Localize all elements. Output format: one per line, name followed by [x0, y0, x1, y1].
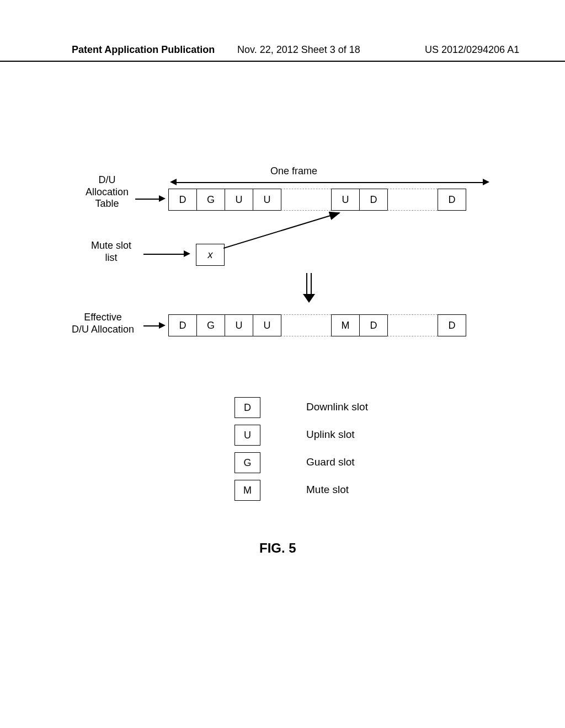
effective-label: Effective D/U Allocation	[72, 312, 134, 335]
slot: D	[168, 189, 196, 211]
allocation-row: D G U U U D D	[168, 189, 466, 211]
legend-m-text: Mute slot	[306, 484, 349, 496]
mute-arrow-head	[184, 250, 190, 257]
legend-d-box: D	[234, 397, 260, 418]
effective-row: D G U U M D D	[168, 314, 466, 336]
effective-arrow-line	[143, 325, 160, 326]
slot: D	[359, 189, 387, 211]
legend-d-text: Downlink slot	[306, 401, 368, 413]
legend-g-text: Guard slot	[306, 456, 355, 468]
slot: U	[331, 189, 359, 211]
frame-arrow-right	[483, 179, 489, 185]
mute-arrow-line	[143, 254, 185, 255]
page-header: Patent Application Publication Nov. 22, …	[0, 44, 565, 62]
frame-arrow-left	[170, 179, 177, 185]
svg-line-1	[223, 213, 339, 248]
slot: U	[253, 314, 281, 336]
alloc-arrow-head	[159, 195, 166, 202]
one-frame-label: One frame	[270, 165, 317, 178]
slot: D	[438, 189, 466, 211]
legend-m-box: M	[234, 480, 260, 501]
slot: G	[196, 314, 225, 336]
legend-u-box: U	[234, 425, 260, 446]
slot-gap	[387, 189, 438, 211]
header-right: US 2012/0294206 A1	[425, 44, 519, 56]
slot-gap	[281, 314, 331, 336]
slot: M	[331, 314, 359, 336]
alloc-arrow-line	[135, 199, 160, 200]
mute-x-slot: x	[196, 244, 225, 266]
slot: U	[253, 189, 281, 211]
diag-arrow	[223, 211, 345, 249]
slot: D	[438, 314, 466, 336]
legend-g-box: G	[234, 452, 260, 473]
legend-u-text: Uplink slot	[306, 429, 355, 441]
header-mid: Nov. 22, 2012 Sheet 3 of 18	[237, 44, 360, 56]
slot: U	[225, 314, 253, 336]
effective-arrow-head	[159, 322, 166, 329]
header-left: Patent Application Publication	[72, 44, 215, 56]
slot: U	[225, 189, 253, 211]
allocation-table-label: D/U Allocation Table	[86, 174, 129, 210]
slot-gap	[387, 314, 438, 336]
mute-slot-list-label: Mute slot list	[91, 240, 131, 264]
slot: D	[168, 314, 196, 336]
figure-caption: FIG. 5	[259, 540, 296, 556]
frame-span-line	[177, 182, 483, 183]
slot: D	[359, 314, 387, 336]
slot: G	[196, 189, 225, 211]
slot-gap	[281, 189, 331, 211]
